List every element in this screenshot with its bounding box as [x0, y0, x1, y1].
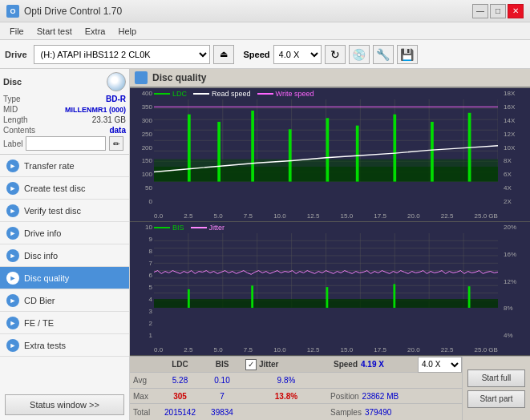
legend-bis-label: BIS: [172, 224, 184, 232]
max-jitter: 13.8%: [242, 392, 330, 401]
status-window-button[interactable]: Status window >>: [5, 394, 124, 415]
x1-175: 17.5: [374, 212, 386, 220]
avg-jitter: 9.8%: [242, 376, 330, 385]
x1-150: 15.0: [341, 212, 354, 220]
action-buttons: Start full Start part: [463, 357, 530, 420]
eject-button[interactable]: ⏏: [213, 45, 234, 64]
y1-250: 250: [130, 131, 152, 138]
position-label: Position: [330, 392, 359, 401]
legend-ldc: LDC: [154, 90, 187, 98]
x2-225: 22.5: [441, 346, 454, 353]
svg-rect-23: [289, 129, 292, 181]
position-value: 23862 MB: [362, 392, 399, 401]
avg-label: Avg: [130, 376, 158, 385]
save-button[interactable]: 💾: [397, 45, 418, 64]
x1-200: 20.0: [407, 212, 420, 220]
header-speed: Speed: [334, 360, 358, 369]
title-controls: — □ ✕: [472, 4, 524, 18]
menu-start-test[interactable]: Start test: [30, 25, 79, 38]
nav-label-fe: FE / TE: [24, 318, 54, 328]
nav-drive-info[interactable]: ► Drive info: [0, 222, 129, 244]
disc-label-input[interactable]: [26, 136, 106, 151]
speed-dropdown[interactable]: 4.0 X: [418, 357, 462, 373]
app-title: Opti Drive Control 1.70: [24, 6, 122, 17]
start-part-button[interactable]: Start part: [467, 390, 525, 408]
x1-250: 25.0 GB: [475, 212, 498, 220]
chart2-x-axis: 0.0 2.5 5.0 7.5 10.0 12.5 15.0 17.5 20.0…: [154, 346, 498, 353]
yr2-4: 4%: [504, 332, 530, 339]
drive-select[interactable]: (H:) ATAPI iHBS112 2 CL0K: [34, 45, 210, 64]
refresh-button[interactable]: ↻: [325, 45, 346, 64]
menu-help[interactable]: Help: [111, 25, 143, 38]
y2-1: 1: [130, 332, 152, 339]
main-area: Disc Type BD-R MID MILLENMR1 (000) Lengt…: [0, 69, 530, 420]
x2-125: 12.5: [307, 346, 320, 353]
nav-transfer-rate[interactable]: ► Transfer rate: [0, 155, 129, 177]
disc-icon: [107, 72, 126, 91]
x1-225: 22.5: [441, 212, 454, 220]
content-header: Disc quality: [130, 69, 530, 88]
bis-color: [154, 227, 170, 228]
disc-mid-row: MID MILLENMR1 (000): [3, 105, 126, 114]
x1-100: 10.0: [273, 212, 286, 220]
disc-length-value: 23.31 GB: [92, 115, 126, 124]
legend-write: Write speed: [257, 90, 314, 98]
nav-label-verify: Verify test disc: [24, 206, 81, 216]
nav-icon-drive: ►: [6, 227, 19, 240]
nav-icon-transfer: ►: [6, 160, 19, 172]
nav-icon-fe: ►: [6, 317, 19, 329]
nav-label-create: Create test disc: [24, 184, 85, 193]
samples-label: Samples: [330, 408, 362, 417]
yr1-6: 6X: [504, 171, 530, 178]
x1-50: 5.0: [214, 212, 223, 220]
chart2-y-right: 20% 16% 12% 8% 4%: [502, 222, 530, 339]
jitter-checkbox[interactable]: ✓: [245, 359, 257, 370]
yr2-16: 16%: [504, 251, 530, 258]
yr2-8: 8%: [504, 305, 530, 312]
read-color: [193, 93, 209, 95]
speed-select[interactable]: 4.0 X: [273, 45, 322, 64]
nav-label-transfer: Transfer rate: [24, 161, 75, 171]
menu-extra[interactable]: Extra: [79, 25, 112, 38]
content-icon: [135, 71, 148, 84]
nav-disc-quality[interactable]: ► Disc quality: [0, 267, 129, 289]
disc-mid-label: MID: [3, 105, 18, 114]
settings-button[interactable]: 🔧: [373, 45, 394, 64]
maximize-button[interactable]: □: [490, 4, 506, 18]
y1-0: 0: [130, 198, 152, 205]
y1-350: 350: [130, 103, 152, 111]
start-full-button[interactable]: Start full: [467, 370, 525, 387]
legend-ldc-label: LDC: [172, 90, 187, 98]
nav-verify-test[interactable]: ► Verify test disc: [0, 200, 129, 222]
yr1-16: 16X: [504, 103, 530, 111]
minimize-button[interactable]: —: [472, 4, 488, 18]
legend-jitter-label: Jitter: [209, 224, 225, 232]
label-edit-button[interactable]: ✏: [109, 136, 123, 151]
nav-extra-tests[interactable]: ► Extra tests: [0, 334, 129, 357]
write-color: [257, 93, 273, 95]
chart1-legend: LDC Read speed Write speed: [154, 90, 498, 98]
chart2-legend: BIS Jitter: [154, 224, 498, 232]
nav-label-cd: CD Bier: [24, 296, 55, 305]
nav-cd-bier[interactable]: ► CD Bier: [0, 289, 129, 312]
disc-title: Disc: [3, 77, 22, 87]
title-bar: O Opti Drive Control 1.70 — □ ✕: [0, 0, 530, 22]
avg-bis: 0.10: [202, 376, 242, 385]
nav-create-test[interactable]: ► Create test disc: [0, 177, 129, 200]
x1-25: 2.5: [184, 212, 192, 220]
menu-file[interactable]: File: [3, 25, 30, 38]
chart2-svg: [154, 233, 498, 308]
yr1-18: 18X: [504, 90, 530, 97]
nav-fe-te[interactable]: ► FE / TE: [0, 312, 129, 334]
svg-rect-51: [326, 287, 329, 308]
ldc-color: [154, 93, 170, 95]
yr1-10: 10X: [504, 144, 530, 151]
legend-bis: BIS: [154, 224, 184, 232]
yr1-14: 14X: [504, 117, 530, 124]
disc-button[interactable]: 💿: [349, 45, 370, 64]
legend-jitter: Jitter: [191, 224, 225, 232]
nav-disc-info[interactable]: ► Disc info: [0, 244, 129, 267]
svg-rect-49: [188, 289, 190, 308]
close-button[interactable]: ✕: [508, 4, 524, 18]
title-bar-left: O Opti Drive Control 1.70: [6, 5, 122, 18]
